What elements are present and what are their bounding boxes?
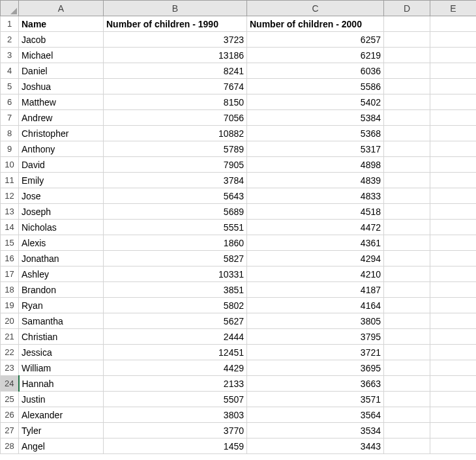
cell-E26[interactable] <box>430 407 477 423</box>
column-header-E[interactable]: E <box>430 1 477 16</box>
cell-D21[interactable] <box>384 329 430 345</box>
cell-A20[interactable]: Samantha <box>19 313 104 329</box>
row-header-7[interactable]: 7 <box>1 110 19 126</box>
cell-A9[interactable]: Anthony <box>19 141 104 157</box>
cell-E17[interactable] <box>430 266 477 282</box>
cell-A28[interactable]: Angel <box>19 438 104 454</box>
cell-B24[interactable]: 2133 <box>104 376 247 392</box>
row-header-15[interactable]: 15 <box>1 235 19 251</box>
cell-C19[interactable]: 4164 <box>247 298 384 313</box>
cell-E7[interactable] <box>430 110 477 126</box>
cell-C4[interactable]: 6036 <box>247 63 384 79</box>
cell-B27[interactable]: 3770 <box>104 423 247 438</box>
cell-D28[interactable] <box>384 438 430 454</box>
cell-C7[interactable]: 5384 <box>247 110 384 126</box>
cell-D14[interactable] <box>384 220 430 235</box>
cell-D15[interactable] <box>384 235 430 251</box>
row-header-27[interactable]: 27 <box>1 423 19 438</box>
cell-C26[interactable]: 3564 <box>247 407 384 423</box>
row-header-17[interactable]: 17 <box>1 266 19 282</box>
cell-B16[interactable]: 5827 <box>104 251 247 266</box>
cell-B12[interactable]: 5643 <box>104 188 247 204</box>
cell-C10[interactable]: 4898 <box>247 157 384 173</box>
select-all-corner[interactable] <box>1 1 19 16</box>
cell-B14[interactable]: 5551 <box>104 220 247 235</box>
cell-A15[interactable]: Alexis <box>19 235 104 251</box>
cell-E4[interactable] <box>430 63 477 79</box>
row-header-13[interactable]: 13 <box>1 204 19 220</box>
cell-B8[interactable]: 10882 <box>104 126 247 141</box>
cell-A8[interactable]: Christopher <box>19 126 104 141</box>
cell-C5[interactable]: 5586 <box>247 79 384 94</box>
cell-B6[interactable]: 8150 <box>104 94 247 110</box>
cell-D3[interactable] <box>384 48 430 63</box>
cell-A5[interactable]: Joshua <box>19 79 104 94</box>
cell-A22[interactable]: Jessica <box>19 345 104 360</box>
cell-A4[interactable]: Daniel <box>19 63 104 79</box>
cell-D10[interactable] <box>384 157 430 173</box>
cell-E20[interactable] <box>430 313 477 329</box>
row-header-24[interactable]: 24 <box>1 376 19 392</box>
cell-D2[interactable] <box>384 32 430 48</box>
row-header-22[interactable]: 22 <box>1 345 19 360</box>
row-header-6[interactable]: 6 <box>1 94 19 110</box>
cell-A17[interactable]: Ashley <box>19 266 104 282</box>
cell-E14[interactable] <box>430 220 477 235</box>
cell-B10[interactable]: 7905 <box>104 157 247 173</box>
cell-E19[interactable] <box>430 298 477 313</box>
cell-E27[interactable] <box>430 423 477 438</box>
cell-E6[interactable] <box>430 94 477 110</box>
row-header-23[interactable]: 23 <box>1 360 19 376</box>
cell-B15[interactable]: 1860 <box>104 235 247 251</box>
cell-A24[interactable]: Hannah <box>19 376 104 392</box>
row-header-2[interactable]: 2 <box>1 32 19 48</box>
cell-E9[interactable] <box>430 141 477 157</box>
cell-C18[interactable]: 4187 <box>247 282 384 298</box>
cell-B21[interactable]: 2444 <box>104 329 247 345</box>
cell-A10[interactable]: David <box>19 157 104 173</box>
cell-E15[interactable] <box>430 235 477 251</box>
cell-E16[interactable] <box>430 251 477 266</box>
cell-E28[interactable] <box>430 438 477 454</box>
cell-A25[interactable]: Justin <box>19 392 104 407</box>
cell-C8[interactable]: 5368 <box>247 126 384 141</box>
row-header-18[interactable]: 18 <box>1 282 19 298</box>
cell-C23[interactable]: 3695 <box>247 360 384 376</box>
row-header-26[interactable]: 26 <box>1 407 19 423</box>
cell-B2[interactable]: 3723 <box>104 32 247 48</box>
cell-D12[interactable] <box>384 188 430 204</box>
cell-D25[interactable] <box>384 392 430 407</box>
cell-B1[interactable]: Number of children - 1990 <box>104 16 247 32</box>
cell-A23[interactable]: William <box>19 360 104 376</box>
cell-C1[interactable]: Number of children - 2000 <box>247 16 384 32</box>
cell-D5[interactable] <box>384 79 430 94</box>
cell-B4[interactable]: 8241 <box>104 63 247 79</box>
cell-A14[interactable]: Nicholas <box>19 220 104 235</box>
cell-A7[interactable]: Andrew <box>19 110 104 126</box>
cell-C16[interactable]: 4294 <box>247 251 384 266</box>
cell-E10[interactable] <box>430 157 477 173</box>
cell-D9[interactable] <box>384 141 430 157</box>
cell-D24[interactable] <box>384 376 430 392</box>
row-header-21[interactable]: 21 <box>1 329 19 345</box>
cell-D8[interactable] <box>384 126 430 141</box>
cell-C11[interactable]: 4839 <box>247 173 384 188</box>
cell-B7[interactable]: 7056 <box>104 110 247 126</box>
row-header-1[interactable]: 1 <box>1 16 19 32</box>
cell-A12[interactable]: Jose <box>19 188 104 204</box>
cell-A27[interactable]: Tyler <box>19 423 104 438</box>
cell-A2[interactable]: Jacob <box>19 32 104 48</box>
cell-B9[interactable]: 5789 <box>104 141 247 157</box>
cell-C17[interactable]: 4210 <box>247 266 384 282</box>
cell-E12[interactable] <box>430 188 477 204</box>
cell-C15[interactable]: 4361 <box>247 235 384 251</box>
cell-C25[interactable]: 3571 <box>247 392 384 407</box>
row-header-8[interactable]: 8 <box>1 126 19 141</box>
cell-C13[interactable]: 4518 <box>247 204 384 220</box>
cell-D1[interactable] <box>384 16 430 32</box>
row-header-28[interactable]: 28 <box>1 438 19 454</box>
cell-C20[interactable]: 3805 <box>247 313 384 329</box>
column-header-A[interactable]: A <box>19 1 104 16</box>
cell-E23[interactable] <box>430 360 477 376</box>
cell-E18[interactable] <box>430 282 477 298</box>
